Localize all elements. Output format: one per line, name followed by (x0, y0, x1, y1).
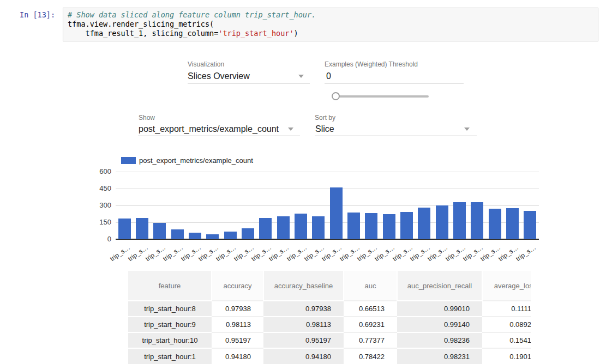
feature-cell: trip_start_hour:9 (128, 317, 212, 332)
bar[interactable] (524, 211, 536, 239)
metric-cell: 0.99010 (397, 301, 482, 317)
metric-cell: 0.98113 (212, 317, 263, 332)
column-header: average_loss (482, 271, 531, 301)
bar[interactable] (506, 208, 519, 239)
bar[interactable] (118, 219, 131, 239)
table-row: trip_start_hour:80.979380.979380.665130.… (128, 301, 531, 317)
metric-cell: 0.94180 (212, 348, 263, 364)
bar[interactable] (453, 202, 466, 239)
metric-cell: 0.77377 (344, 332, 397, 348)
metric-cell: 0.98113 (263, 317, 344, 332)
bar[interactable] (242, 228, 254, 239)
table-row: trip_start_hour:100.951970.951970.773770… (128, 332, 531, 348)
y-axis-tick: 150 (84, 218, 111, 226)
bar[interactable] (206, 234, 219, 239)
table-row: trip_start_hour:10.941800.941800.784220.… (128, 348, 531, 364)
metric-cell: 0.99140 (397, 317, 482, 332)
column-header: auc_precision_recall (397, 271, 482, 301)
slices-bar-chart: post_export_metrics/example_count 015030… (0, 0, 606, 272)
bar[interactable] (365, 213, 377, 239)
bar[interactable] (312, 216, 325, 239)
bar[interactable] (189, 233, 201, 239)
gridline (116, 172, 539, 172)
y-axis-tick: 450 (84, 184, 111, 192)
bar[interactable] (347, 213, 360, 239)
bar[interactable] (295, 214, 307, 239)
bar[interactable] (171, 229, 184, 239)
table-row: trip_start_hour:90.981130.981130.692310.… (128, 317, 531, 332)
metric-cell: 0.69231 (344, 317, 397, 332)
metric-cell: 0.95197 (263, 332, 344, 348)
bar[interactable] (400, 212, 413, 239)
bar[interactable] (153, 223, 166, 239)
feature-cell: trip_start_hour:10 (128, 332, 212, 348)
gridline (116, 189, 539, 189)
bar[interactable] (277, 216, 290, 239)
bar[interactable] (136, 218, 148, 239)
bar[interactable] (383, 214, 395, 239)
metric-cell: 0.1111 (482, 301, 531, 317)
metric-cell: 0.1901 (482, 348, 531, 364)
column-header: accuracy (212, 271, 263, 301)
metric-cell: 0.94180 (263, 348, 344, 364)
metric-cell: 0.97938 (263, 301, 344, 317)
bar[interactable] (224, 232, 237, 239)
metric-cell: 0.97938 (212, 301, 263, 317)
y-axis-tick: 300 (84, 201, 111, 209)
metric-cell: 0.1541 (482, 332, 531, 348)
metric-cell: 0.66513 (344, 301, 397, 317)
column-header: feature (128, 271, 212, 301)
bar[interactable] (418, 208, 430, 239)
y-axis-tick: 0 (84, 235, 111, 243)
y-axis-tick: 600 (84, 167, 111, 175)
feature-cell: trip_start_hour:1 (128, 348, 212, 364)
bar[interactable] (259, 218, 272, 239)
bar[interactable] (471, 202, 483, 239)
metric-cell: 0.78422 (344, 348, 397, 364)
metrics-table: featureaccuracyaccuracy_baselineaucauc_p… (128, 271, 531, 364)
feature-cell: trip_start_hour:8 (128, 301, 212, 317)
legend-label: post_export_metrics/example_count (139, 156, 253, 165)
metric-cell: 0.98231 (397, 348, 482, 364)
metric-cell: 0.98236 (397, 332, 482, 348)
bar[interactable] (330, 187, 343, 239)
table-header-row: featureaccuracyaccuracy_baselineaucauc_p… (128, 271, 531, 301)
bar[interactable] (489, 209, 501, 239)
column-header: accuracy_baseline (263, 271, 344, 301)
legend-swatch-icon (121, 157, 136, 164)
metric-cell: 0.95197 (212, 332, 263, 348)
bar[interactable] (436, 205, 448, 239)
column-header: auc (344, 271, 397, 301)
metric-cell: 0.0892 (482, 317, 531, 332)
table-body: trip_start_hour:80.979380.979380.665130.… (128, 301, 531, 364)
